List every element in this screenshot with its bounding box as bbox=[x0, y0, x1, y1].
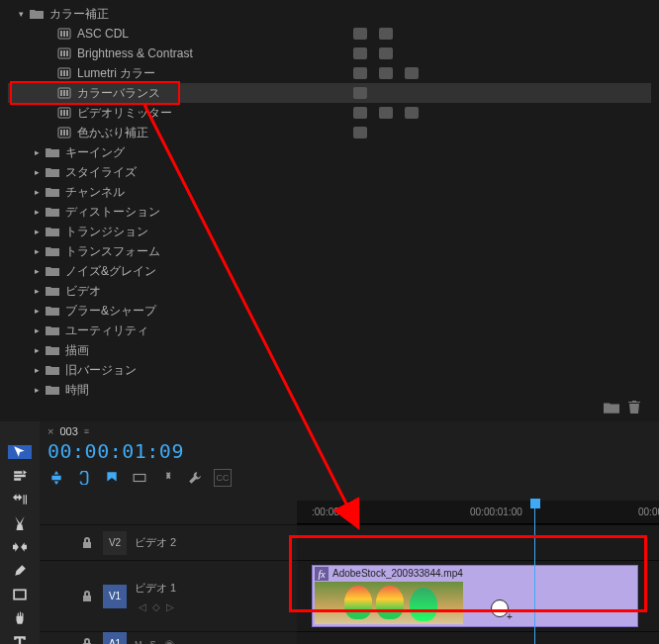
fx-badge-icon[interactable]: fx bbox=[315, 567, 329, 581]
svg-rect-34 bbox=[66, 130, 68, 136]
folder-item[interactable]: ▸キーイング bbox=[8, 142, 651, 162]
svg-rect-37 bbox=[134, 475, 145, 482]
accelerated-badge-icon bbox=[352, 106, 368, 120]
pen-tool[interactable] bbox=[8, 564, 32, 578]
plus-icon: + bbox=[507, 611, 513, 622]
disclosure-right-icon: ▸ bbox=[32, 286, 42, 296]
disclosure-right-icon: ▸ bbox=[32, 246, 42, 256]
audio-m[interactable]: M bbox=[135, 639, 142, 645]
close-icon[interactable]: × bbox=[47, 425, 53, 437]
effect-brightness-contrast[interactable]: Brightness & Contrast bbox=[8, 44, 651, 63]
svg-rect-29 bbox=[379, 107, 393, 119]
a1-toggle[interactable]: A1 bbox=[103, 632, 127, 645]
lane-v1[interactable]: fx AdobeStock_200933844.mp4 + bbox=[297, 560, 659, 631]
folder-icon bbox=[46, 146, 59, 158]
settings-icon[interactable] bbox=[158, 469, 176, 487]
next-keyframe-icon[interactable]: ▷ bbox=[166, 601, 174, 612]
rectangle-tool[interactable] bbox=[8, 588, 32, 601]
track-header-v1[interactable]: V1 ビデオ 1 ◁◇▷ bbox=[40, 560, 297, 631]
track-header-v2[interactable]: V2 ビデオ 2 bbox=[40, 524, 297, 560]
folder-label: 旧バージョン bbox=[65, 362, 137, 379]
32bit-badge-icon bbox=[378, 27, 394, 41]
video-clip[interactable]: fx AdobeStock_200933844.mp4 + bbox=[312, 565, 638, 627]
playhead[interactable] bbox=[534, 501, 535, 644]
folder-label: ノイズ&グレイン bbox=[65, 263, 156, 280]
playhead-handle[interactable] bbox=[530, 499, 540, 508]
folder-icon bbox=[46, 206, 59, 218]
wrench-icon[interactable] bbox=[186, 469, 204, 487]
folder-label: ユーティリティ bbox=[65, 322, 148, 339]
lane-a1[interactable] bbox=[297, 631, 659, 644]
tab-menu-icon[interactable]: ≡ bbox=[84, 426, 89, 436]
timeline-panel: × 003 ≡ 00:00:01:09 CC V2 ビデオ 2 bbox=[0, 421, 659, 644]
lock-icon[interactable] bbox=[79, 636, 95, 645]
folder-icon bbox=[46, 285, 59, 297]
folder-item[interactable]: ▸時間 bbox=[8, 380, 651, 400]
effect-tint[interactable]: 色かぶり補正 bbox=[8, 123, 651, 142]
disclosure-right-icon: ▸ bbox=[32, 325, 42, 335]
folder-icon bbox=[46, 364, 59, 376]
timeline-main: × 003 ≡ 00:00:01:09 CC V2 ビデオ 2 bbox=[40, 421, 659, 644]
insert-overwrite-icon[interactable] bbox=[131, 469, 148, 487]
razor-tool[interactable] bbox=[8, 516, 32, 530]
ripple-edit-tool[interactable] bbox=[8, 493, 32, 506]
timecode-display[interactable]: 00:00:01:09 bbox=[40, 437, 659, 463]
keyframe-icon[interactable]: ◇ bbox=[152, 601, 160, 612]
track-headers: V2 ビデオ 2 V1 ビデオ 1 ◁◇▷ A1 M bbox=[40, 501, 297, 644]
effect-preset-icon bbox=[57, 87, 71, 99]
effect-asc-cdl[interactable]: ASC CDL bbox=[8, 24, 651, 44]
new-bin-icon[interactable] bbox=[604, 401, 619, 417]
svg-rect-20 bbox=[60, 90, 62, 96]
audio-meter-icon[interactable]: ◉ bbox=[164, 637, 174, 645]
folder-item[interactable]: ▸チャンネル bbox=[8, 182, 651, 202]
folder-item[interactable]: ▸トランスフォーム bbox=[8, 241, 651, 261]
time-ruler[interactable]: :00:00 00:00:01:00 00:00:02:00 bbox=[297, 501, 659, 524]
prev-keyframe-icon[interactable]: ◁ bbox=[139, 601, 146, 612]
audio-s[interactable]: S bbox=[150, 639, 156, 645]
lock-icon[interactable] bbox=[79, 589, 95, 604]
delete-icon[interactable] bbox=[627, 401, 641, 417]
folder-item[interactable]: ▸ディストーション bbox=[8, 202, 651, 222]
track-select-tool[interactable] bbox=[8, 469, 32, 483]
type-tool[interactable] bbox=[8, 635, 32, 644]
ruler-tick: 00:00:01:00 bbox=[470, 506, 522, 517]
track-controls[interactable]: ◁◇▷ bbox=[135, 601, 176, 612]
sequence-tab[interactable]: × 003 ≡ bbox=[40, 421, 659, 437]
tracks-zone: V2 ビデオ 2 V1 ビデオ 1 ◁◇▷ A1 M bbox=[40, 501, 659, 644]
track-header-a1[interactable]: A1 M S ◉ bbox=[40, 631, 297, 644]
disclosure-right-icon: ▸ bbox=[32, 187, 42, 197]
folder-label: スタイライズ bbox=[65, 164, 137, 181]
linked-selection-icon[interactable] bbox=[75, 469, 93, 487]
folder-icon bbox=[46, 245, 59, 257]
hand-tool[interactable] bbox=[8, 611, 32, 625]
folder-icon bbox=[46, 166, 59, 178]
snap-icon[interactable] bbox=[47, 469, 65, 487]
folder-icon bbox=[46, 186, 59, 198]
v2-toggle[interactable]: V2 bbox=[103, 531, 127, 555]
effect-color-balance[interactable]: カラーバランス bbox=[8, 83, 651, 103]
v1-toggle[interactable]: V1 bbox=[103, 585, 127, 608]
effect-lumetri-color[interactable]: Lumetri カラー bbox=[8, 63, 651, 83]
folder-item[interactable]: ▸ノイズ&グレイン bbox=[8, 261, 651, 281]
folder-color-correction[interactable]: ▾ カラー補正 bbox=[8, 4, 651, 24]
lane-v2[interactable] bbox=[297, 524, 659, 560]
folder-item[interactable]: ▸描画 bbox=[8, 340, 651, 360]
folder-item[interactable]: ▸スタイライズ bbox=[8, 162, 651, 182]
track-lanes[interactable]: :00:00 00:00:01:00 00:00:02:00 fx AdobeS… bbox=[297, 501, 659, 644]
folder-item[interactable]: ▸ブラー&シャープ bbox=[8, 301, 651, 321]
cc-icon[interactable]: CC bbox=[214, 469, 232, 487]
effect-preset-icon bbox=[57, 107, 71, 119]
effect-label: ビデオリミッター bbox=[77, 105, 172, 122]
folder-item[interactable]: ▸旧バージョン bbox=[8, 360, 651, 380]
badges bbox=[352, 86, 368, 100]
folder-icon bbox=[46, 384, 59, 396]
lock-icon[interactable] bbox=[79, 535, 95, 551]
effect-video-limiter[interactable]: ビデオリミッター bbox=[8, 103, 651, 123]
folder-label: トランスフォーム bbox=[65, 243, 160, 260]
slip-tool[interactable] bbox=[8, 540, 32, 554]
folder-item[interactable]: ▸ビデオ bbox=[8, 281, 651, 301]
folder-item[interactable]: ▸ユーティリティ bbox=[8, 321, 651, 340]
folder-item[interactable]: ▸トランジション bbox=[8, 222, 651, 241]
marker-icon[interactable] bbox=[103, 469, 121, 487]
selection-tool[interactable] bbox=[8, 445, 32, 459]
